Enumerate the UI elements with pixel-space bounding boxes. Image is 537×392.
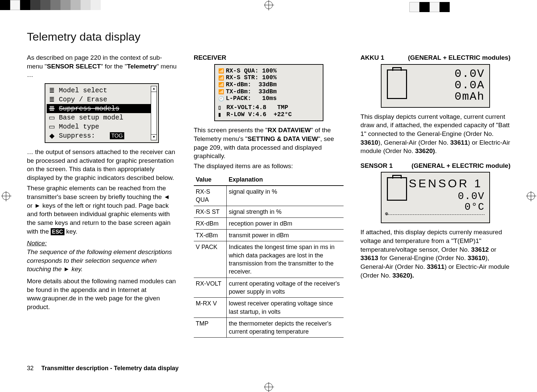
esc-key-badge: ESC [51,228,64,236]
scroll-track [151,92,157,134]
table-row: TMPthe thermometer depicts the receiver'… [194,317,344,338]
lcd-line: TX-dBm: 33dBm [226,88,277,95]
notice-heading: Notice: [27,239,177,248]
page-body: Telemetry data display As described on p… [27,30,510,352]
lcd-line: RX-dBm: 33dBm [226,81,277,88]
text: for General-Engine (Order No. [378,254,467,261]
lcd-line: RX-S QUA: 100% [226,67,277,75]
menu-label: Suppress models [59,104,119,113]
paragraph: The displayed items are as follows: [194,162,344,170]
scroll-up-icon: ▲ [151,86,157,92]
page-number: 32 [27,365,40,372]
table-header: Value [194,174,227,186]
column-left: As described on page 220 in the context … [27,53,177,338]
table-row: V PACKIndicates the longest time span in… [194,241,344,278]
signal-icon: 📶 [218,82,224,87]
text-bold: RX DATAVIEW [268,127,311,134]
paragraph: This display depicts current voltage, cu… [360,112,510,155]
table-row: TX-dBmtransmit power in dBm [194,230,344,241]
signal-icon: 📶 [218,75,224,81]
sensor-lcd: SENSOR 1 0.0V 0°C [381,172,490,223]
table-row: RX-dBmreception power in dBm [194,217,344,229]
registration-marks-top [0,0,537,10]
table-cell: RX-S QUA [194,186,227,206]
scroll-down-icon: ▼ [151,134,157,140]
panel-title-text: SENSOR 1 [360,161,393,170]
lcd-line: RX-S STR: 100% [226,74,277,81]
text-bold: 33620) [415,147,435,154]
menu-row: ≣Copy / Erase [47,95,156,104]
clock-icon: 🕘 [218,96,224,101]
table-cell: M-RX V [194,298,227,318]
menu-row: ▭Model type [47,122,156,131]
text: These graphic elements can be reached fr… [27,185,171,235]
receiver-value-table: Value Explanation RX-S QUAsignal quality… [194,174,344,338]
registration-marks-bottom [0,382,537,392]
text: ), General-Air (Order No. [378,139,450,146]
table-row: M-RX Vlowest receiver operating voltage … [194,298,344,318]
akku-lcd: 0.0V 0.0A 0mAh [381,64,490,108]
intro-paragraph: As described on page 220 in the context … [27,53,177,79]
table-cell: the thermometer depicts the receiver's c… [227,317,344,338]
lcd-line: RX-VOLT:4.8 TMP [223,104,288,111]
footer-title: Transmitter description - Telemetry data… [41,365,179,372]
text: . [435,147,437,154]
notice-body: The sequence of the following element de… [27,248,177,274]
text-bold: 33611 [427,263,445,270]
text-bold: SENSOR SELECT [47,63,101,70]
column-center: RECEIVER 📶RX-S QUA: 100% 📶RX-S STR: 100%… [194,53,344,338]
menu-label: Suppress: [59,131,95,140]
text-bold: Telemetry [127,63,156,70]
menu-scrollbar: ▲ ▼ [151,86,157,140]
panel-subtitle: (GENERAL + ELECTRIC module) [411,161,510,170]
diamond-icon: ◆ [48,131,55,140]
reg-color-bar-right [409,2,450,12]
menu-lcd: ≣Model select ≣Copy / Erase ≣Suppress mo… [45,83,159,143]
receiver-heading: RECEIVER [194,53,344,62]
paragraph: … the output of sensors attached to the … [27,148,177,182]
sensor-footer-rule [386,214,485,219]
sensor-temperature: 0°C [386,202,485,213]
table-cell: signal quality in % [227,186,344,206]
table-cell: Indicates the longest time span in ms in… [227,241,344,278]
text-bold: 33611 [450,139,468,146]
page-footer: 32 Transmitter description - Telemetry d… [27,365,179,372]
battery-icon: ▯ [218,105,221,110]
text-bold: 33610 [360,139,378,146]
lcd-line: L-PACK: 10ms [226,95,277,102]
text: or [489,246,496,253]
text: This display depicts current voltage, cu… [360,113,509,137]
table-row: RX-VOLTcurrent operating voltage of the … [194,278,344,298]
list-icon: ≣ [48,104,55,113]
table-cell: signal strength in % [227,206,344,217]
text-bold: 33613 [360,254,378,261]
table-cell: V PACK [194,241,227,278]
akku-heading: AKKU 1 (GENERAL + ELECTRIC modules) [360,53,510,62]
tog-badge: TOG [110,132,124,140]
table-cell: transmit power in dBm [227,230,344,241]
receiver-lcd: 📶RX-S QUA: 100% 📶RX-S STR: 100% 📶RX-dBm:… [214,64,323,121]
table-row: RX-S QUAsignal quality in % [194,186,344,206]
table-cell: RX-VOLT [194,278,227,298]
text: key. [64,228,78,235]
panel-subtitle: (GENERAL + ELECTRIC modules) [408,53,510,62]
menu-row-selected: ≣Suppress models [47,104,156,113]
reg-color-bar-left [0,0,101,10]
table-cell: RX-dBm [194,217,227,229]
lcd-line: R-LOW V:4.6 +22°C [223,111,292,118]
text: This screen presents the " [194,127,268,134]
text-bold: 33612 [471,246,489,253]
table-cell: reception power in dBm [227,217,344,229]
battery-icon: ▮ [218,112,221,117]
paragraph: More details about the following named m… [27,277,177,311]
menu-label: Base setup model [59,113,123,122]
page-title: Telemetry data display [27,30,510,43]
registration-cross-left [2,192,10,200]
paragraph: If attached, this display depicts curren… [360,228,510,280]
signal-icon: 📶 [218,89,224,94]
table-header: Explanation [227,174,344,186]
table-cell: TMP [194,317,227,338]
menu-label: Model type [59,122,99,131]
registration-cross-icon [265,383,273,391]
model-icon: ▭ [48,113,55,122]
